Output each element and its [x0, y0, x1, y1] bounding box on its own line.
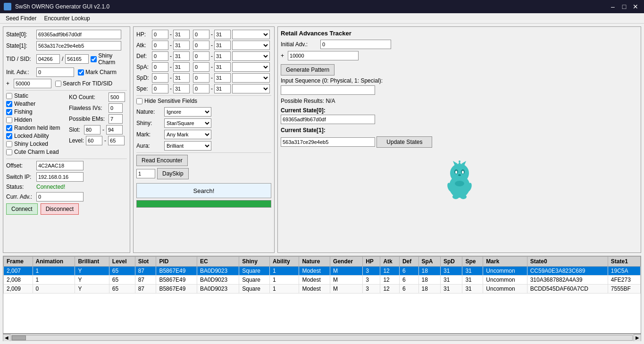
- generate-pattern-button[interactable]: Generate Pattern: [281, 64, 335, 76]
- def-max2-input[interactable]: [214, 51, 231, 61]
- hide-sensitive-label: Hide Sensitive Fields: [144, 98, 197, 104]
- mark-select[interactable]: Any Mark No Mark Uncommon Mark: [164, 130, 211, 139]
- scrollbar-thumb[interactable]: [12, 336, 26, 340]
- slot-min-input[interactable]: [84, 125, 100, 134]
- slot-max-input[interactable]: [106, 125, 123, 134]
- spd-dropdown[interactable]: [232, 73, 270, 83]
- scroll-left-arrow[interactable]: ◀: [3, 334, 10, 342]
- results-table[interactable]: Frame Animation Brilliant Level Slot PID…: [3, 256, 641, 334]
- nature-select[interactable]: Ignore Modest: [164, 107, 211, 117]
- table-row[interactable]: 2,0081Y6587B5867E49BA0D9023Square1Modest…: [4, 276, 641, 285]
- seq-label: Input Sequence (0: Physical, 1: Special)…: [281, 77, 638, 84]
- locked-ability-checkbox[interactable]: [6, 133, 12, 139]
- horizontal-scrollbar[interactable]: ◀ ▶: [3, 334, 641, 341]
- cute-charm-checkbox[interactable]: [6, 149, 12, 155]
- init-adv-input[interactable]: [36, 67, 74, 77]
- seq-input[interactable]: [281, 85, 375, 95]
- weather-label: Weather: [14, 101, 35, 107]
- hp-min2-input[interactable]: [193, 30, 209, 39]
- atk-min-input[interactable]: [152, 41, 168, 50]
- static-checkbox[interactable]: [6, 93, 12, 99]
- connect-button[interactable]: Connect: [6, 203, 38, 215]
- mark-charm-checkbox[interactable]: [78, 69, 84, 76]
- level-min-input[interactable]: [86, 136, 102, 145]
- sid-input[interactable]: [65, 54, 89, 64]
- dayskip-num-input[interactable]: [136, 169, 155, 178]
- iv-grid: HP: - - Atk: - -: [136, 30, 271, 93]
- current-state1-input[interactable]: [281, 137, 375, 147]
- spa-max-input[interactable]: [173, 62, 190, 72]
- spa-dropdown[interactable]: [232, 62, 270, 72]
- hp-max-input[interactable]: [173, 30, 190, 39]
- atk-dropdown[interactable]: [232, 41, 270, 50]
- read-encounter-button[interactable]: Read Encounter: [136, 155, 188, 166]
- random-held-checkbox[interactable]: [6, 125, 12, 131]
- current-state0-input[interactable]: [281, 115, 375, 124]
- col-def: Def: [399, 257, 418, 267]
- minimize-button[interactable]: –: [608, 2, 618, 11]
- disconnect-button[interactable]: Disconnect: [41, 203, 79, 215]
- spe-min2-input[interactable]: [193, 84, 209, 93]
- switch-ip-input[interactable]: [36, 172, 84, 182]
- weather-checkbox[interactable]: [6, 101, 12, 107]
- hide-sensitive-checkbox[interactable]: [136, 98, 142, 104]
- def-dropdown[interactable]: [232, 51, 270, 61]
- tid-input[interactable]: [36, 54, 60, 64]
- level-row: Level: -: [69, 136, 127, 145]
- hp-min-input[interactable]: [152, 30, 168, 39]
- offset-input[interactable]: [36, 161, 84, 170]
- update-states-button[interactable]: Update States: [376, 136, 432, 148]
- spa-max2-input[interactable]: [214, 62, 231, 72]
- ko-count-input[interactable]: [109, 92, 125, 102]
- scrollbar-track[interactable]: [11, 335, 633, 341]
- state0-input[interactable]: [36, 30, 121, 39]
- def-min-input[interactable]: [152, 51, 168, 61]
- table-header-row: Frame Animation Brilliant Level Slot PID…: [4, 257, 641, 267]
- tid-sid-separator: /: [62, 56, 63, 62]
- atk-max2-input[interactable]: [214, 41, 231, 50]
- plus-input[interactable]: [14, 79, 51, 88]
- def-max-input[interactable]: [173, 51, 190, 61]
- retail-plus-input[interactable]: [288, 51, 359, 60]
- table-row[interactable]: 2,0090Y6587B5867E49BA0D9023Square1Modest…: [4, 285, 641, 294]
- shiny-select[interactable]: Star/Square Star Square None: [164, 118, 211, 128]
- spe-max2-input[interactable]: [214, 84, 231, 93]
- spa-min2-input[interactable]: [193, 62, 209, 72]
- atk-max-input[interactable]: [173, 41, 190, 50]
- state1-input[interactable]: [36, 41, 121, 50]
- search-tid-checkbox[interactable]: [55, 81, 61, 87]
- possible-em-input[interactable]: [109, 114, 123, 124]
- spe-dropdown[interactable]: [232, 84, 270, 93]
- hidden-checkbox[interactable]: [6, 117, 12, 123]
- spe-min-input[interactable]: [152, 84, 168, 93]
- atk-label: Atk:: [136, 42, 151, 49]
- aura-select[interactable]: Brilliant None: [164, 141, 211, 151]
- shiny-locked-checkbox[interactable]: [6, 141, 12, 147]
- dayskip-button[interactable]: DaySkip: [157, 168, 189, 179]
- level-max-input[interactable]: [108, 136, 125, 145]
- hp-dropdown[interactable]: [232, 30, 270, 39]
- close-button[interactable]: ✕: [631, 2, 640, 11]
- fishing-checkbox[interactable]: [6, 109, 12, 115]
- spd-max2-input[interactable]: [214, 73, 231, 83]
- spe-max-input[interactable]: [173, 84, 190, 93]
- possible-results-value: N/A: [326, 98, 335, 104]
- spd-min-input[interactable]: [152, 73, 168, 83]
- spd-max-input[interactable]: [173, 73, 190, 83]
- shiny-charm-checkbox[interactable]: [91, 56, 97, 62]
- maximize-button[interactable]: □: [619, 2, 629, 11]
- search-button[interactable]: Search!: [136, 183, 271, 198]
- table-row[interactable]: 2,0071Y6587B5867E49BA0D9023Square1Modest…: [4, 267, 641, 276]
- ko-count-label: KO Count:: [69, 94, 107, 101]
- hp-max2-input[interactable]: [214, 30, 231, 39]
- spa-min-input[interactable]: [152, 62, 168, 72]
- flawless-ivs-input[interactable]: [109, 103, 123, 113]
- menu-seed-finder[interactable]: Seed Finder: [2, 14, 40, 23]
- atk-min2-input[interactable]: [193, 41, 209, 50]
- def-min2-input[interactable]: [193, 51, 209, 61]
- curr-adv-input[interactable]: [36, 192, 84, 201]
- initial-adv-input[interactable]: [320, 40, 391, 49]
- menu-encounter-lookup[interactable]: Encounter Lookup: [40, 14, 93, 23]
- spd-min2-input[interactable]: [193, 73, 209, 83]
- scroll-right-arrow[interactable]: ▶: [634, 334, 641, 342]
